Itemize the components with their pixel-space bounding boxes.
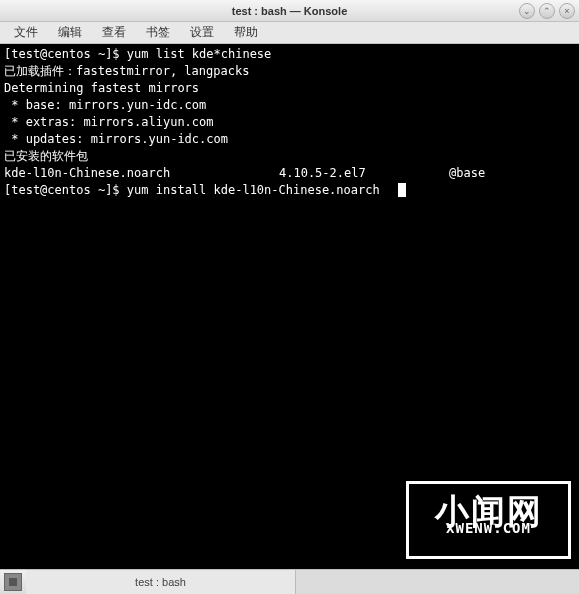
menu-view[interactable]: 查看 bbox=[92, 22, 136, 43]
window-title: test : bash — Konsole bbox=[232, 5, 348, 17]
menubar: 文件 编辑 查看 书签 设置 帮助 bbox=[0, 22, 579, 44]
terminal-line: [test@centos ~]$ yum list kde*chinese bbox=[4, 46, 575, 63]
close-button[interactable]: × bbox=[559, 3, 575, 19]
terminal[interactable]: [test@centos ~]$ yum list kde*chinese 已加… bbox=[0, 44, 579, 569]
maximize-button[interactable]: ⌃ bbox=[539, 3, 555, 19]
package-row: kde-l10n-Chinese.noarch 4.10.5-2.el7 @ba… bbox=[4, 165, 575, 182]
status-spacer bbox=[296, 570, 579, 594]
menu-edit[interactable]: 编辑 bbox=[48, 22, 92, 43]
command-text: yum list kde*chinese bbox=[127, 47, 272, 61]
svg-rect-0 bbox=[9, 578, 17, 586]
tab-label: test : bash bbox=[135, 576, 186, 588]
cursor bbox=[398, 183, 406, 197]
minimize-button[interactable]: ⌄ bbox=[519, 3, 535, 19]
command-text: yum install kde-l10n-Chinese.noarch bbox=[127, 183, 380, 197]
terminal-line: 已安装的软件包 bbox=[4, 148, 575, 165]
menu-help[interactable]: 帮助 bbox=[224, 22, 268, 43]
window-controls: ⌄ ⌃ × bbox=[519, 3, 575, 19]
statusbar: test : bash bbox=[0, 569, 579, 594]
watermark: 小闻网 XWENW.COM bbox=[406, 481, 571, 559]
watermark-sub: XWENW.COM bbox=[446, 520, 531, 537]
package-version: 4.10.5-2.el7 bbox=[279, 165, 449, 182]
prompt: [test@centos ~]$ bbox=[4, 183, 127, 197]
prompt: [test@centos ~]$ bbox=[4, 47, 127, 61]
terminal-line: * base: mirrors.yun-idc.com bbox=[4, 97, 575, 114]
menu-settings[interactable]: 设置 bbox=[180, 22, 224, 43]
terminal-line: * updates: mirrors.yun-idc.com bbox=[4, 131, 575, 148]
package-repo: @base bbox=[449, 165, 575, 182]
menu-bookmarks[interactable]: 书签 bbox=[136, 22, 180, 43]
watermark-main: 小闻网 bbox=[435, 503, 543, 520]
package-name: kde-l10n-Chinese.noarch bbox=[4, 165, 279, 182]
terminal-line: * extras: mirrors.aliyun.com bbox=[4, 114, 575, 131]
titlebar: test : bash — Konsole ⌄ ⌃ × bbox=[0, 0, 579, 22]
new-tab-icon[interactable] bbox=[4, 573, 22, 591]
terminal-line: Determining fastest mirrors bbox=[4, 80, 575, 97]
tab-button[interactable]: test : bash bbox=[26, 570, 296, 594]
terminal-line: 已加载插件：fastestmirror, langpacks bbox=[4, 63, 575, 80]
terminal-line: [test@centos ~]$ yum install kde-l10n-Ch… bbox=[4, 182, 575, 199]
menu-file[interactable]: 文件 bbox=[4, 22, 48, 43]
